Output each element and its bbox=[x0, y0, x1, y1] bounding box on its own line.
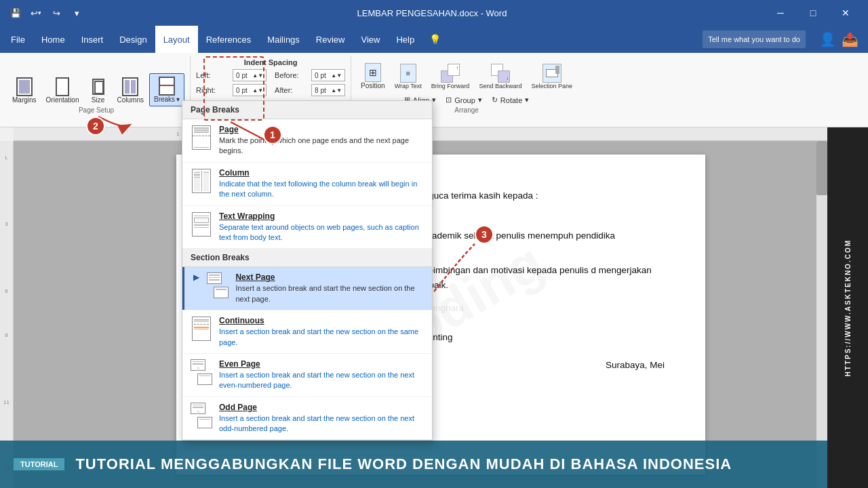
break-column-desc: Indicate that the text following the col… bbox=[219, 179, 424, 200]
share-icon: 📤 bbox=[842, 31, 859, 47]
step-3-circle: 3 bbox=[475, 225, 494, 244]
size-button[interactable]: Size bbox=[85, 76, 112, 106]
help-icon[interactable]: 💡 bbox=[429, 34, 441, 45]
arrange-buttons: ⊞ Position ≡ Wrap Text ↑ Bring Forward bbox=[357, 56, 576, 92]
section-breaks-header: Section Breaks bbox=[182, 249, 432, 267]
break-page-item[interactable]: Page Mark the point at which one page en… bbox=[182, 119, 432, 163]
ruler-num-4 bbox=[0, 243, 13, 266]
break-evenpage-title: Even Page bbox=[219, 359, 424, 369]
orientation-button[interactable]: Orientation bbox=[42, 75, 83, 106]
break-continuous-icon bbox=[191, 316, 212, 342]
indent-right-row: Right: 0 pt ▲▼ After: 8 pt ▲▼ bbox=[196, 84, 345, 96]
break-column-item[interactable]: Column Indicate that the text following … bbox=[182, 163, 432, 206]
page-setup-buttons: Margins Orientation Size bbox=[8, 56, 184, 106]
break-continuous-item[interactable]: Continuous Insert a section break and st… bbox=[182, 310, 432, 354]
menu-mailings[interactable]: Mailings bbox=[259, 26, 308, 53]
ruler-num-l: L bbox=[0, 155, 13, 177]
position-button[interactable]: ⊞ Position bbox=[357, 60, 389, 92]
break-nextpage-item[interactable]: ▶ Next Page Insert a section break and s… bbox=[182, 267, 432, 310]
spacing-after-input[interactable]: 8 pt ▲▼ bbox=[311, 84, 345, 96]
window-controls: ─ □ ✕ bbox=[765, 3, 861, 23]
undo-button[interactable]: ↩▾ bbox=[27, 4, 45, 22]
menu-references[interactable]: References bbox=[198, 26, 259, 53]
close-button[interactable]: ✕ bbox=[830, 3, 861, 23]
ruler-num-2 bbox=[0, 199, 13, 222]
indent-left-input[interactable]: 0 pt ▲▼ bbox=[233, 69, 267, 81]
window-title: LEMBAR PENGESAHAN.docx - Word bbox=[99, 8, 765, 18]
bring-forward-button[interactable]: ↑ Bring Forward bbox=[427, 61, 474, 92]
ruler-num-8: 8 bbox=[0, 332, 13, 354]
columns-button[interactable]: Columns bbox=[113, 75, 148, 106]
tutorial-banner: TUTORIAL TUTORIAL MENGGABUNGKAN FILE WOR… bbox=[0, 441, 827, 488]
break-evenpage-text: Even Page Insert a section break and sta… bbox=[219, 359, 424, 391]
maximize-button[interactable]: □ bbox=[797, 3, 829, 23]
break-continuous-text: Continuous Insert a section break and st… bbox=[219, 316, 424, 348]
arrange-label: Arrange bbox=[454, 106, 479, 115]
step-1-circle: 1 bbox=[263, 125, 282, 144]
ruler-num-11: 11 bbox=[0, 399, 13, 422]
bring-forward-label: Bring Forward bbox=[431, 83, 470, 89]
menu-file[interactable]: File bbox=[3, 26, 33, 53]
vertical-scrollbar[interactable] bbox=[816, 141, 827, 488]
spacing-before-input[interactable]: 0 pt ▲▼ bbox=[311, 69, 345, 81]
minimize-button[interactable]: ─ bbox=[765, 3, 796, 23]
break-nextpage-title: Next Page bbox=[235, 272, 424, 282]
customize-button[interactable]: ▾ bbox=[68, 4, 85, 22]
spinner-right-icon: ▲▼ bbox=[252, 87, 263, 94]
break-column-icon bbox=[191, 168, 212, 194]
spinner-after-icon: ▲▼ bbox=[331, 87, 342, 94]
menu-home[interactable]: Home bbox=[33, 26, 73, 53]
indent-right-input[interactable]: 0 pt ▲▼ bbox=[233, 84, 267, 96]
send-backward-button[interactable]: ↓ Send Backward bbox=[475, 61, 526, 92]
menu-layout[interactable]: Layout bbox=[155, 26, 198, 53]
step-2-circle: 2 bbox=[86, 117, 105, 136]
scroll-thumb[interactable] bbox=[816, 141, 827, 195]
break-nextpage-desc: Insert a section break and start the new… bbox=[235, 283, 424, 304]
margins-button[interactable]: Margins bbox=[8, 75, 41, 106]
page-setup-label: Page Setup bbox=[79, 106, 114, 115]
indent-left-row: Left: 0 pt ▲▼ Before: 0 pt ▲▼ bbox=[196, 69, 345, 81]
tutorial-tag: TUTORIAL bbox=[14, 458, 64, 470]
ribbon-group-page-setup: Margins Orientation Size bbox=[3, 56, 191, 115]
break-oddpage-icon: 3 bbox=[191, 403, 212, 428]
break-page-icon bbox=[191, 125, 212, 150]
quick-access-toolbar: 💾 ↩▾ ↪ ▾ bbox=[7, 4, 85, 22]
menu-view[interactable]: View bbox=[353, 26, 388, 53]
save-button[interactable]: 💾 bbox=[7, 4, 24, 22]
break-evenpage-item[interactable]: 2 Even Page Insert a section break and s… bbox=[182, 354, 432, 397]
position-label: Position bbox=[361, 82, 385, 89]
group-button[interactable]: ⊡ Group ▾ bbox=[441, 94, 486, 106]
rotate-button[interactable]: ↻ Rotate ▾ bbox=[488, 94, 533, 106]
breaks-button[interactable]: Breaks ▾ bbox=[149, 73, 184, 106]
break-textwrap-desc: Separate text around objects on web page… bbox=[219, 222, 424, 243]
break-textwrap-icon bbox=[191, 211, 212, 237]
break-oddpage-item[interactable]: 3 Odd Page Insert a section break and st… bbox=[182, 397, 432, 441]
wrap-text-button[interactable]: ≡ Wrap Text bbox=[391, 61, 426, 92]
menu-review[interactable]: Review bbox=[308, 26, 353, 53]
align-arrow-icon: ▾ bbox=[432, 96, 436, 104]
menu-insert[interactable]: Insert bbox=[73, 26, 112, 53]
breaks-dropdown-menu: Page Breaks Page Mark the point at which… bbox=[182, 100, 433, 441]
spacing-after-label: After: bbox=[275, 86, 309, 94]
page-breaks-header: Page Breaks bbox=[182, 101, 432, 119]
ruler-num-10 bbox=[0, 377, 13, 399]
menu-help[interactable]: Help bbox=[388, 26, 422, 53]
menu-design[interactable]: Design bbox=[111, 26, 155, 53]
break-oddpage-text: Odd Page Insert a section break and star… bbox=[219, 403, 424, 434]
break-textwrap-title: Text Wrapping bbox=[219, 211, 424, 221]
ruler-num-3: 3 bbox=[0, 221, 13, 243]
document-area: L 3 6 8 11 14 jitkoding Sehubungan denga… bbox=[0, 141, 868, 488]
selection-pane-button[interactable]: Selection Pane bbox=[527, 61, 576, 92]
search-bar[interactable]: Tell me what you want to do bbox=[703, 30, 806, 48]
break-nextpage-icon bbox=[207, 272, 229, 298]
document-page: jitkoding Sehubungan dengan hal tersebut… bbox=[14, 141, 868, 488]
break-column-text: Column Indicate that the text following … bbox=[219, 168, 424, 200]
redo-button[interactable]: ↪ bbox=[47, 4, 65, 22]
user-avatar: 👤 bbox=[819, 31, 836, 47]
break-textwrap-item[interactable]: Text Wrapping Separate text around objec… bbox=[182, 206, 432, 249]
ruler-num-1 bbox=[0, 177, 13, 199]
selection-pane-label: Selection Pane bbox=[531, 83, 572, 89]
break-textwrap-text: Text Wrapping Separate text around objec… bbox=[219, 211, 424, 243]
send-backward-label: Send Backward bbox=[479, 83, 521, 89]
group-arrow-icon: ▾ bbox=[478, 96, 482, 104]
